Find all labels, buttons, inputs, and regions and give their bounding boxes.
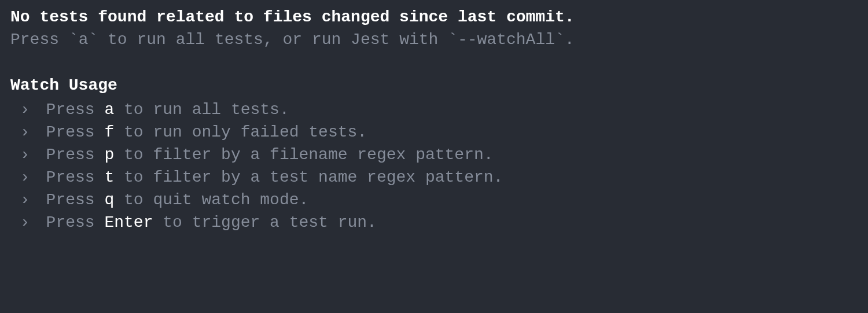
chevron-right-icon: › <box>20 166 36 189</box>
usage-text-before: Press <box>46 101 105 119</box>
usage-text-before: Press <box>46 168 105 186</box>
usage-text-after: to run all tests. <box>114 101 289 119</box>
hint-flag: `--watchAll` <box>448 31 565 49</box>
usage-text-after: to trigger a test run. <box>153 213 376 231</box>
usage-item-f: › Press f to run only failed tests. <box>10 121 858 143</box>
watch-usage-list: › Press a to run all tests. › Press f to… <box>10 98 858 234</box>
terminal-output: No tests found related to files changed … <box>10 6 858 234</box>
usage-key: t <box>104 168 114 186</box>
usage-item-enter: › Press Enter to trigger a test run. <box>10 211 858 234</box>
hint-key-a: `a` <box>69 31 98 49</box>
usage-item-q: › Press q to quit watch mode. <box>10 189 858 211</box>
usage-text-after: to run only failed tests. <box>114 123 367 141</box>
watch-usage-heading: Watch Usage <box>10 74 858 97</box>
usage-key: p <box>104 146 114 164</box>
usage-item-p: › Press p to filter by a filename regex … <box>10 143 858 166</box>
usage-key: Enter <box>104 213 153 231</box>
chevron-right-icon: › <box>20 189 36 211</box>
usage-item-t: › Press t to filter by a test name regex… <box>10 166 858 189</box>
chevron-right-icon: › <box>20 98 36 121</box>
usage-key: f <box>104 123 114 141</box>
hint-line: Press `a` to run all tests, or run Jest … <box>10 28 858 51</box>
usage-text-before: Press <box>46 146 105 164</box>
hint-suffix: . <box>565 31 575 49</box>
usage-item-a: › Press a to run all tests. <box>10 98 858 121</box>
usage-key: a <box>104 101 114 119</box>
no-tests-message: No tests found related to files changed … <box>10 6 858 28</box>
usage-text-after: to filter by a filename regex pattern. <box>114 146 493 164</box>
usage-text-after: to filter by a test name regex pattern. <box>114 168 503 186</box>
chevron-right-icon: › <box>20 143 36 166</box>
usage-text-after: to quit watch mode. <box>114 191 308 209</box>
hint-prefix: Press <box>10 31 69 49</box>
hint-mid: to run all tests, or run Jest with <box>98 31 448 49</box>
usage-text-before: Press <box>46 213 105 231</box>
chevron-right-icon: › <box>20 211 36 234</box>
usage-text-before: Press <box>46 191 105 209</box>
usage-text-before: Press <box>46 123 105 141</box>
chevron-right-icon: › <box>20 121 36 143</box>
usage-key: q <box>104 191 114 209</box>
